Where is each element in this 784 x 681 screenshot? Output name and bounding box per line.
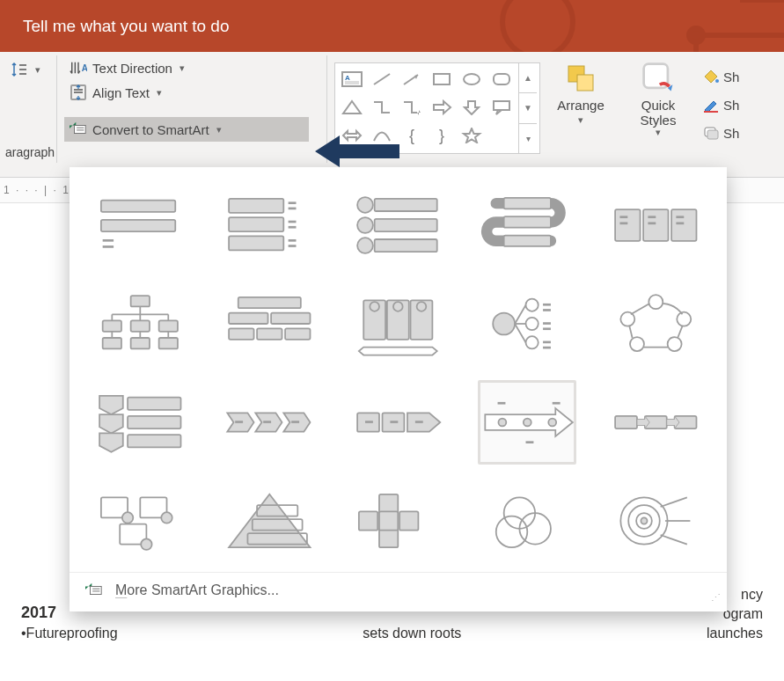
svg-rect-71 [103, 338, 121, 348]
svg-line-107 [629, 326, 633, 338]
shape-effects-label: Sh [723, 126, 739, 141]
svg-point-87 [493, 313, 515, 335]
svg-rect-67 [159, 320, 178, 331]
ruler-marks: 1 · · · | · 12 [4, 184, 77, 196]
svg-rect-35 [229, 217, 283, 231]
more-smartart-button[interactable]: More SmartArt Graphics... [70, 572, 727, 608]
svg-rect-11 [494, 74, 509, 84]
svg-rect-124 [365, 421, 373, 423]
smartart-option-vertical-box-list[interactable] [220, 183, 319, 267]
scroll-up-icon[interactable]: ▲ [519, 63, 537, 92]
shape-fill-button[interactable]: Sh [702, 64, 739, 89]
smartart-option-accent-arrow-process[interactable] [478, 380, 577, 465]
smartart-option-venn[interactable] [478, 479, 577, 563]
smartart-option-picture-caption-list[interactable] [91, 479, 190, 563]
shape-star-icon[interactable] [457, 121, 487, 150]
smartart-icon [70, 121, 87, 138]
svg-rect-73 [159, 338, 178, 348]
text-direction-label: Text Direction [92, 61, 172, 76]
smartart-option-table-hierarchy[interactable] [220, 282, 319, 366]
text-direction-button[interactable]: A Text Direction ▾ [64, 55, 319, 80]
shape-rectangle-icon[interactable] [427, 65, 457, 93]
svg-rect-5 [75, 125, 86, 133]
svg-line-161 [661, 497, 687, 507]
convert-to-smartart-button[interactable]: Convert to SmartArt ▾ [64, 117, 309, 142]
shape-elbow-arrow-icon[interactable] [397, 93, 427, 121]
shape-right-arrow-icon[interactable] [427, 93, 457, 121]
shape-outline-button[interactable]: Sh [702, 92, 739, 117]
shape-brace-left-icon[interactable]: { [397, 121, 427, 150]
svg-rect-96 [543, 341, 551, 344]
resize-grip-icon[interactable]: ⋰ [709, 596, 722, 608]
shape-down-arrow-icon[interactable] [457, 93, 487, 121]
svg-rect-99 [543, 347, 551, 349]
smartart-option-vertical-circle-list[interactable] [348, 183, 448, 267]
svg-rect-129 [553, 402, 561, 405]
shapes-gallery-scroll[interactable]: ▲ ▼ ▾ [518, 63, 537, 153]
svg-rect-78 [257, 328, 282, 339]
convert-to-smartart-label: Convert to SmartArt [92, 122, 209, 137]
shape-arrow-line-icon[interactable] [397, 65, 427, 93]
text-group: A Text Direction ▾ Align Text ▾ Convert … [57, 52, 326, 163]
shape-brace-right-icon[interactable]: } [427, 121, 457, 150]
smartart-option-vertical-bullet-list[interactable] [91, 183, 190, 267]
svg-point-88 [525, 299, 538, 311]
shape-textbox-icon[interactable]: A [337, 65, 367, 93]
smartart-option-pyramid-list[interactable] [220, 479, 319, 563]
tell-me-bar[interactable]: Tell me what you want to do [0, 0, 784, 52]
svg-point-10 [464, 74, 480, 84]
shape-oval-icon[interactable] [457, 65, 487, 93]
arrange-button[interactable]: Arrange ▾ [544, 57, 618, 156]
smartart-option-horizontal-bullet-list[interactable] [606, 183, 706, 267]
smartart-option-segmented-process[interactable] [348, 282, 448, 366]
svg-point-140 [122, 512, 133, 523]
svg-rect-151 [359, 511, 377, 530]
svg-rect-53 [620, 216, 628, 218]
smartart-option-plus-layout[interactable] [348, 479, 448, 563]
shape-triangle-icon[interactable] [337, 93, 367, 121]
smartart-option-chevron-process[interactable] [220, 380, 319, 465]
svg-rect-57 [677, 216, 685, 218]
svg-rect-34 [288, 208, 296, 210]
smartart-option-radial-target[interactable] [606, 479, 706, 563]
effects-icon [702, 124, 720, 142]
smartart-option-hierarchy[interactable] [91, 282, 190, 366]
svg-rect-120 [291, 421, 299, 423]
svg-line-105 [678, 326, 683, 338]
svg-point-0 [502, 0, 573, 52]
align-text-button[interactable]: Align Text ▾ [64, 80, 319, 105]
line-spacing-button[interactable]: ▾ [5, 57, 55, 82]
scroll-more-icon[interactable]: ▾ [519, 123, 537, 153]
shape-line-icon[interactable] [367, 65, 397, 93]
svg-marker-12 [343, 101, 361, 114]
scroll-down-icon[interactable]: ▼ [519, 92, 537, 122]
svg-point-133 [548, 419, 556, 427]
paragraph-fragment: ▾ aragraph [0, 52, 56, 159]
svg-point-142 [161, 512, 172, 523]
smartart-option-vertical-chevron-list[interactable] [91, 380, 190, 465]
svg-point-131 [498, 419, 506, 427]
svg-rect-46 [375, 239, 437, 252]
svg-rect-9 [434, 74, 450, 84]
shape-rounded-rectangle-icon[interactable] [487, 65, 517, 93]
shape-effects-button[interactable]: Sh [702, 121, 739, 145]
svg-rect-47 [503, 198, 550, 209]
smartart-option-basic-process[interactable] [348, 380, 448, 465]
svg-rect-152 [399, 511, 418, 530]
svg-point-85 [417, 302, 427, 311]
smartart-option-cycle[interactable] [606, 282, 706, 366]
smartart-option-alternating-flow[interactable] [606, 380, 706, 465]
svg-rect-56 [648, 222, 656, 224]
svg-marker-145 [229, 494, 310, 547]
shape-elbow-connector-icon[interactable] [367, 93, 397, 121]
shape-callout-icon[interactable] [487, 93, 517, 121]
svg-marker-15 [465, 101, 479, 114]
quick-styles-button[interactable]: Quick Styles ▾ [621, 57, 695, 156]
line-spacing-icon [11, 61, 28, 78]
slide-bullet-left: •Futureproofing [21, 626, 118, 641]
svg-rect-75 [229, 313, 267, 324]
smartart-option-bending-list[interactable] [478, 183, 577, 267]
svg-rect-112 [128, 416, 180, 428]
smartart-option-radial-cluster[interactable] [478, 282, 577, 366]
svg-rect-74 [238, 297, 300, 308]
